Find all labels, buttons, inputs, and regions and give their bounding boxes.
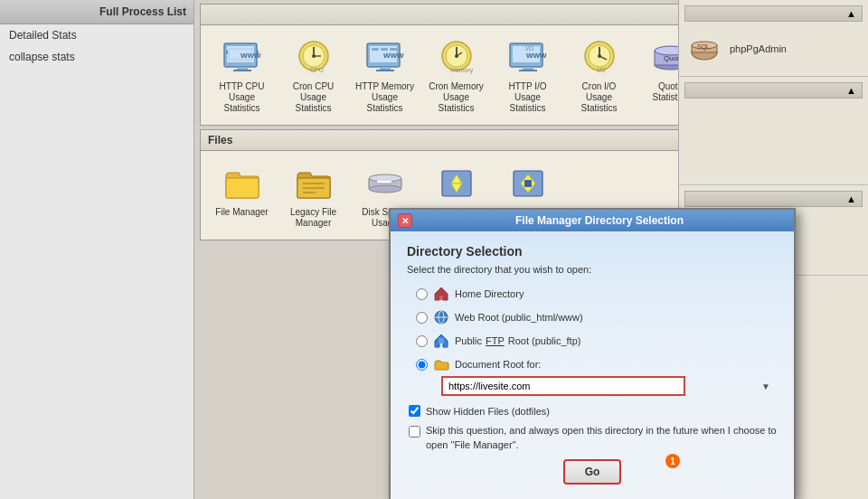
icon-legacy-file-manager[interactable]: Legacy File Manager xyxy=(279,158,347,232)
svg-point-56 xyxy=(369,185,401,193)
svg-rect-2 xyxy=(226,51,228,54)
icon-cron-memory[interactable]: Memory Cron Memory Usage Statistics xyxy=(422,33,490,118)
disk-space-icon xyxy=(365,164,405,203)
icon-http-cpu-label: HTTP CPU Usage Statistics xyxy=(212,81,272,114)
right-collapse-btn-2[interactable]: ▲ xyxy=(846,85,856,96)
icon-http-memory[interactable]: WWW HTTP Memory Usage Statistics xyxy=(351,33,419,118)
option-ftp-root: Public FTP Root (public_ftp) xyxy=(416,333,778,349)
notification-badge: 1 xyxy=(665,454,680,468)
right-section-2: ▲ xyxy=(679,77,868,185)
sidebar-title: Full Process List xyxy=(99,5,186,18)
svg-rect-4 xyxy=(237,67,248,70)
cron-io-icon: I/O xyxy=(580,38,619,78)
cron-cpu-icon: CPU xyxy=(294,38,334,78)
file-manager-dialog: ✕ File Manager Directory Selection Direc… xyxy=(389,208,796,499)
sidebar-header: Full Process List xyxy=(0,0,193,24)
dialog-body-title: Directory Selection xyxy=(407,244,778,259)
dialog-subtitle: Select the directory that you wish to op… xyxy=(407,264,778,275)
dialog-titlebar: ✕ File Manager Directory Selection xyxy=(391,210,794,231)
svg-rect-5 xyxy=(233,70,251,71)
svg-text:WWW: WWW xyxy=(383,52,404,60)
right-section-phppgadmin: ▲ SQL phpPgAdmin xyxy=(679,0,868,77)
svg-rect-20 xyxy=(381,48,388,51)
sidebar: Full Process List Detailed Stats collaps… xyxy=(0,0,194,499)
file-manager-folder-icon xyxy=(222,164,262,203)
dropdown-arrow-icon: ▼ xyxy=(761,381,770,391)
show-hidden-label: Show Hidden Files (dotfiles) xyxy=(426,405,550,419)
sidebar-item-detailed-stats[interactable]: Detailed Stats xyxy=(0,24,193,46)
dialog-options: Home Directory Web Root (public_html/www… xyxy=(416,286,778,396)
svg-point-26 xyxy=(455,54,458,58)
icon-file-manager-label: File Manager xyxy=(215,207,268,218)
svg-text:WWW: WWW xyxy=(526,52,547,60)
icon-cron-cpu[interactable]: CPU Cron CPU Usage Statistics xyxy=(279,33,347,118)
svg-rect-31 xyxy=(519,70,537,71)
svg-rect-64 xyxy=(439,296,443,300)
option-webroot-label: Web Root (public_html/www) xyxy=(455,312,583,323)
http-io-icon: WWW I/O xyxy=(508,38,548,78)
dialog-title-text: File Manager Directory Selection xyxy=(515,214,684,227)
svg-text:Memory: Memory xyxy=(450,67,474,74)
doc-root-dropdown-row: https://livesite.com ▼ xyxy=(441,376,778,396)
http-memory-icon: WWW xyxy=(365,38,405,78)
globe-icon xyxy=(433,309,449,325)
radio-doc-root[interactable] xyxy=(416,359,428,371)
ftp-accounts-icon xyxy=(437,164,476,203)
sidebar-item-collapse-stats[interactable]: collapse stats xyxy=(0,46,193,68)
right-section-header-1: ▲ xyxy=(684,5,863,22)
http-cpu-icon: WWW xyxy=(222,38,262,78)
svg-rect-21 xyxy=(390,48,397,51)
right-collapse-btn-1[interactable]: ▲ xyxy=(846,8,856,19)
option-ftp-root-label: Public FTP Root (public_ftp) xyxy=(455,335,580,346)
doc-root-select[interactable]: https://livesite.com xyxy=(441,376,685,396)
svg-point-12 xyxy=(312,54,316,58)
dialog-close-button[interactable]: ✕ xyxy=(398,213,412,228)
icon-cron-io-label: Cron I/O Usage Statistics xyxy=(569,81,629,114)
go-button[interactable]: Go xyxy=(563,459,622,485)
svg-text:SQL: SQL xyxy=(697,43,710,51)
svg-point-55 xyxy=(369,174,401,182)
show-hidden-row: Show Hidden Files (dotfiles) xyxy=(409,405,778,419)
doc-root-folder-icon xyxy=(433,356,449,372)
icon-cron-io[interactable]: I/O Cron I/O Usage Statistics xyxy=(565,33,633,118)
radio-webroot[interactable] xyxy=(416,312,428,324)
svg-point-38 xyxy=(598,54,601,58)
icon-http-io-label: HTTP I/O Usage Statistics xyxy=(497,81,558,114)
svg-text:WWW: WWW xyxy=(241,52,261,60)
radio-home[interactable] xyxy=(416,288,428,300)
ftp-root-icon xyxy=(433,333,449,349)
icon-http-memory-label: HTTP Memory Usage Statistics xyxy=(354,81,415,114)
right-item-phppgadmin-label: phpPgAdmin xyxy=(730,43,787,54)
go-button-wrapper: Go 1 xyxy=(407,459,778,485)
skip-question-checkbox[interactable] xyxy=(409,426,420,438)
svg-rect-17 xyxy=(376,70,394,71)
svg-text:I/O: I/O xyxy=(597,67,606,73)
svg-rect-16 xyxy=(380,67,391,70)
phppgadmin-icon: SQL xyxy=(686,31,722,67)
svg-rect-50 xyxy=(226,178,259,198)
right-collapse-btn-3[interactable]: ▲ xyxy=(846,193,856,204)
right-item-phppgadmin[interactable]: SQL phpPgAdmin xyxy=(684,27,863,71)
dialog-body: Directory Selection Select the directory… xyxy=(391,231,794,499)
cron-memory-icon: Memory xyxy=(437,38,476,78)
option-home: Home Directory xyxy=(416,286,778,302)
option-home-label: Home Directory xyxy=(455,288,524,299)
svg-rect-30 xyxy=(523,67,533,70)
show-hidden-checkbox[interactable] xyxy=(409,405,420,417)
ftp-session-icon xyxy=(508,164,548,203)
icon-legacy-file-manager-label: Legacy File Manager xyxy=(283,207,344,229)
icon-cron-cpu-label: Cron CPU Usage Statistics xyxy=(283,81,344,114)
legacy-file-manager-icon xyxy=(294,164,334,203)
svg-rect-69 xyxy=(439,338,444,344)
right-section-header-3: ▲ xyxy=(684,191,863,207)
icon-http-cpu[interactable]: WWW HTTP CPU Usage Statistics xyxy=(208,33,276,118)
icon-file-manager[interactable]: File Manager xyxy=(208,158,276,232)
skip-question-row: Skip this question, and always open this… xyxy=(409,424,778,452)
icon-cron-memory-label: Cron Memory Usage Statistics xyxy=(426,81,486,114)
right-section-header-2: ▲ xyxy=(684,82,863,99)
icon-http-io[interactable]: WWW I/O HTTP I/O Usage Statistics xyxy=(494,33,561,118)
radio-ftp-root[interactable] xyxy=(416,335,428,347)
option-webroot: Web Root (public_html/www) xyxy=(416,309,778,325)
svg-rect-19 xyxy=(372,48,379,51)
files-section-title: Files xyxy=(208,134,232,146)
